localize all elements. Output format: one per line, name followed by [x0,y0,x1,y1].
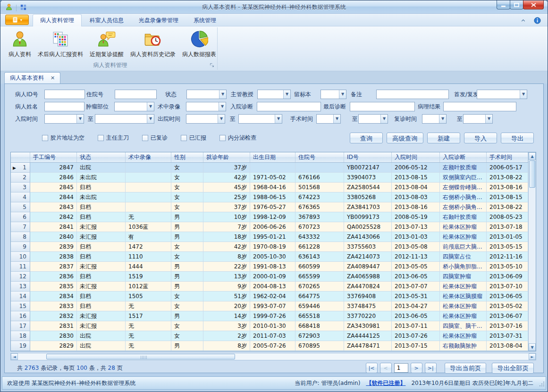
export-button[interactable]: 导出 [501,133,534,143]
info-icon[interactable] [534,17,541,25]
postop-report-button[interactable]: 术后病人汇报资料 [34,29,86,59]
advanced-query-button[interactable]: 高级查询 [387,133,423,143]
column-header-birth-date[interactable]: 出生日期 [250,152,295,162]
film-address-empty-checkbox[interactable]: 胶片地址为空 [42,134,84,142]
chevron-down-icon[interactable]: ▼ [485,115,492,123]
horizontal-scroll-thumb[interactable] [46,354,235,359]
table-row[interactable]: 82840未汇报有男18岁1995-01-21643332ZA414306620… [11,232,536,242]
revisit-date-to-combo[interactable]: ▼ [463,114,493,124]
reported-checkbox[interactable]: 已汇报 [181,134,206,142]
first-or-relapse-combo[interactable]: ▼ [477,90,527,99]
table-row[interactable]: 72841未汇报1036蓝男7岁2006-06-26670723QA002552… [11,222,536,232]
table-row[interactable]: 132835未汇报1012蓝男9岁2004-08-13670265ZA44708… [11,282,536,292]
resize-grip[interactable] [540,382,545,388]
column-header-row-indicator[interactable] [11,152,30,162]
surgery-date-from-combo[interactable]: ▼ [316,114,341,124]
revisit-reminder-button[interactable]: 近期复诊提醒 [86,29,127,59]
checkbox-icon[interactable] [181,135,187,141]
column-header-gender[interactable]: 性别 [171,152,203,162]
column-header-visit-age[interactable]: 就诊年龄 [203,152,250,162]
checkbox-icon[interactable] [219,135,226,141]
table-row[interactable]: 142834归档1505女51岁1962-02-0466477533769408… [11,292,536,301]
scroll-left-icon[interactable]: ◄ [11,353,18,360]
endocrine-exam-checkbox[interactable]: 内分泌检查 [219,134,256,142]
discharge-date-from-combo[interactable]: ▼ [186,114,225,124]
data-report-button[interactable]: 病人数据报表 [179,29,219,59]
column-header-manual-no[interactable]: 手工编号 [30,152,77,162]
table-row[interactable]: 92839归档1472女42岁1970-08-19661228337556032… [11,242,536,252]
patient-id-input[interactable] [44,90,85,99]
scroll-up-icon[interactable]: ▲ [529,152,536,160]
admission-date-from-combo[interactable]: ▼ [44,114,84,124]
chevron-down-icon[interactable]: ▼ [339,90,346,99]
admission-date-to-combo[interactable]: ▼ [95,114,154,124]
scroll-right-icon[interactable]: ► [529,353,536,360]
column-header-intraop-video[interactable]: 术中录像 [126,152,171,162]
chief-surgeon-checkbox[interactable]: 主任主刀 [98,134,129,142]
query-button[interactable]: 查询 [350,133,383,143]
column-header-admission-diagnosis[interactable]: 入院诊断 [440,152,487,162]
specimen-kept-combo[interactable]: ▼ [320,90,346,99]
last-page-button[interactable]: >| [425,363,437,373]
checkbox-icon[interactable] [142,135,148,141]
table-row[interactable]: 52843归档女37岁1976-05-27676365ZA38417032013… [11,202,536,212]
new-button[interactable]: 新建 [427,133,460,143]
scroll-down-icon[interactable]: ▼ [529,343,536,351]
chief-professor-combo[interactable]: ▼ [257,90,291,99]
status-combo[interactable]: ▼ [186,90,227,99]
prev-page-button[interactable]: < [380,363,392,373]
tab-department-staff[interactable]: 科室人员信息 [83,15,131,26]
admission-no-input[interactable] [115,90,157,99]
chevron-down-icon[interactable]: ▼ [76,115,84,123]
column-header-admission-date[interactable]: 入院时间 [392,152,440,162]
chevron-down-icon[interactable]: ▼ [147,115,154,123]
chevron-down-icon[interactable]: ▼ [147,102,154,111]
chevron-down-icon[interactable]: ▼ [380,115,388,123]
chevron-down-icon[interactable]: ▼ [275,115,282,123]
column-header-surgery-date[interactable]: 手术时间 [487,152,528,162]
export-current-page-button[interactable]: 导出当前页 [445,363,487,374]
tab-patient-data-management[interactable]: 病人资料管理 [33,14,82,26]
chevron-down-icon[interactable]: ▼ [439,115,446,123]
intraop-video-combo[interactable]: ▼ [186,102,226,111]
maximize-button[interactable] [510,0,523,9]
column-header-admission-no[interactable]: 住院号 [295,152,344,162]
horizontal-scrollbar[interactable]: ◄ ► [10,353,536,360]
table-row[interactable]: 192829出院无男8岁2005-07-26670895ZA4478471201… [11,341,536,351]
tumor-site-combo[interactable]: ▼ [114,102,154,111]
chevron-down-icon[interactable]: ▼ [333,115,340,123]
chevron-down-icon[interactable]: ▼ [283,90,290,99]
chevron-down-icon[interactable]: ▼ [520,90,527,99]
table-row[interactable]: 32845归档女45岁1968-04-16501568ZA25805442013… [11,183,536,192]
revisit-date-from-combo[interactable]: ▼ [422,114,447,124]
checkbox-icon[interactable] [98,135,104,141]
final-diagnosis-input[interactable] [350,102,415,111]
patient-info-button[interactable]: 病人资料 [5,29,34,59]
chevron-down-icon[interactable]: ▼ [219,102,226,111]
table-row[interactable]: 62842归档无男10岁1998-12-09367893YB0099173200… [11,212,536,222]
table-row[interactable]: 162832未汇报1517男14岁1999-07-266655183377022… [11,311,536,321]
first-page-button[interactable]: |< [366,363,378,373]
close-button[interactable] [523,0,544,9]
table-row[interactable]: 42844未出院女25岁1988-06-15674223338052682013… [11,192,536,202]
minimize-button[interactable] [497,0,510,9]
table-row[interactable]: 152833归档无女20岁1993-07-0765944633748475201… [11,301,536,311]
chevron-down-icon[interactable]: ▼ [219,90,226,99]
vertical-scrollbar[interactable]: ▲ ▼ [528,152,536,351]
surgery-date-to-combo[interactable]: ▼ [358,114,388,124]
table-row[interactable]: 112837未汇报1444男22岁1991-08-13660599ZA40894… [11,262,536,272]
history-records-button[interactable]: 病人资料历史记录 [127,29,179,59]
next-page-button[interactable]: > [411,363,422,373]
import-button[interactable]: 导入 [464,133,497,143]
table-row[interactable]: 122836归档1519男13岁2000-01-09665599ZA406598… [11,272,536,282]
dialog-launcher-icon[interactable] [210,63,215,68]
column-header-id-no[interactable]: ID号 [344,152,392,162]
chevron-down-icon[interactable]: ▼ [218,115,225,123]
table-row[interactable]: 102838归档1110女8岁2005-10-30636143ZA4214073… [11,252,536,262]
page-input[interactable] [394,363,408,373]
table-row[interactable]: 182830出院无女2岁2011-07-03672903ZA4444125201… [11,331,536,341]
export-all-pages-button[interactable]: 导出全部页 [492,363,534,374]
tab-system-management[interactable]: 系统管理 [186,15,223,26]
table-row[interactable]: 172831未汇报无女3岁2010-01-30668418ZA343098120… [11,321,536,331]
table-row[interactable]: 22846未出院女42岁1971-05-02676166339040732013… [11,173,536,183]
